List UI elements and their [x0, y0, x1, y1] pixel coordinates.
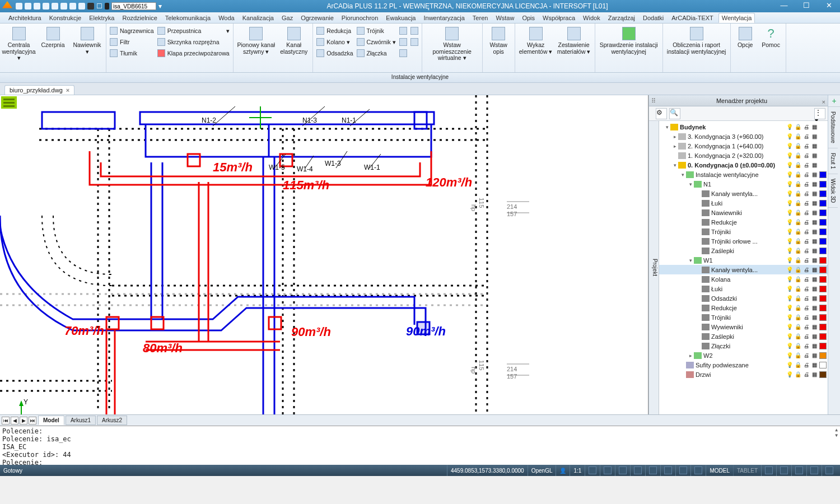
document-tab[interactable]: biuro_przykład.dwg×	[4, 85, 74, 95]
tree-toggle-icon[interactable]: ▦	[811, 343, 818, 349]
status-person-icon[interactable]: 👤	[556, 465, 570, 476]
color-swatch[interactable]	[819, 124, 827, 130]
tree-row[interactable]: ▾Instalacje wentylacyjne💡🔒🖨▦	[659, 170, 828, 179]
tree-toggle-icon[interactable]: 💡	[786, 324, 793, 330]
menu-item[interactable]: Teren	[470, 13, 491, 22]
tree-toggle-icon[interactable]: ▦	[811, 190, 818, 197]
tree-toggle-icon[interactable]: 🔒	[794, 286, 801, 292]
tree-row[interactable]: Kolana💡🔒🖨▦	[659, 274, 828, 284]
tree-toggle-icon[interactable]: ▦	[811, 143, 818, 150]
tree-row[interactable]: Redukcje💡🔒🖨▦	[659, 217, 828, 227]
menu-item[interactable]: Elektryka	[86, 13, 117, 22]
drawing-canvas[interactable]: 15m³/h 115m³/h 120m³/h 70m³/h 80m³/h 90m…	[0, 95, 648, 414]
tree-row[interactable]: 1. Kondygnacja 2 (+320.00)💡🔒🖨▦	[659, 151, 828, 160]
tree-toggle-icon[interactable]: ▦	[811, 362, 818, 368]
menu-item[interactable]: Woda	[216, 13, 237, 22]
tree-toggle-icon[interactable]: ▦	[811, 257, 818, 264]
color-swatch[interactable]	[819, 267, 827, 273]
hamburger-icon[interactable]	[1, 96, 17, 109]
tree-row[interactable]: Redukcje💡🔒🖨▦	[659, 303, 828, 312]
tree-toggle-icon[interactable]: 🖨	[802, 286, 810, 292]
tree-toggle-icon[interactable]: ▦	[811, 219, 818, 226]
close-button[interactable]: ✕	[818, 0, 840, 12]
color-swatch[interactable]	[819, 343, 827, 349]
redukcja-button[interactable]: Redukcja	[316, 26, 353, 36]
color-swatch[interactable]	[819, 209, 827, 216]
opcje-button[interactable]: Opcje	[734, 25, 757, 49]
color-swatch[interactable]	[819, 371, 827, 378]
odsadzka-button[interactable]: Odsadzka	[316, 48, 353, 58]
tree-toggle-icon[interactable]: 💡	[786, 162, 793, 169]
color-swatch[interactable]	[819, 152, 827, 159]
ribbon-icon[interactable]	[399, 48, 407, 58]
tree-toggle-icon[interactable]: 🖨	[802, 209, 810, 216]
menu-item[interactable]: Gaz	[279, 13, 296, 22]
color-swatch[interactable]	[819, 324, 827, 330]
status-icon[interactable]	[776, 465, 791, 476]
qat-checkbox[interactable]: ☐	[96, 2, 102, 10]
color-swatch[interactable]	[819, 143, 827, 150]
panel-close-icon[interactable]: ×	[822, 96, 825, 108]
tree-toggle-icon[interactable]: 🔒	[794, 257, 801, 264]
close-tab-icon[interactable]: ×	[66, 87, 69, 94]
tree-toggle-icon[interactable]: 🔒	[794, 124, 801, 130]
tree-toggle-icon[interactable]: 🖨	[802, 219, 810, 226]
color-swatch[interactable]	[819, 171, 827, 178]
tree-toggle-icon[interactable]: 🖨	[802, 314, 810, 321]
tree-toggle-icon[interactable]: ▦	[811, 267, 818, 273]
tree-toggle-icon[interactable]: 💡	[786, 276, 793, 283]
tree-toggle-icon[interactable]: ▦	[811, 276, 818, 283]
klapa-button[interactable]: Klapa przeciwpożarowa	[157, 48, 230, 58]
tree-row[interactable]: Wywiewniki💡🔒🖨▦	[659, 322, 828, 332]
menu-item[interactable]: Widok	[580, 13, 603, 22]
zestawienie-button[interactable]: Zestawienie materiałów ▾	[557, 25, 591, 55]
tree-toggle-icon[interactable]: ▦	[811, 124, 818, 130]
color-swatch[interactable]	[819, 257, 827, 264]
tree-toggle-icon[interactable]: 💡	[786, 362, 793, 368]
tree-toggle-icon[interactable]: ▦	[811, 238, 818, 245]
tree-toggle-icon[interactable]: 🔒	[794, 219, 801, 226]
tree-toggle-icon[interactable]: 🖨	[802, 324, 810, 330]
tree-toggle-icon[interactable]: 🔒	[794, 352, 801, 359]
color-swatch[interactable]	[819, 333, 827, 340]
tree-toggle-icon[interactable]: 💡	[786, 181, 793, 188]
tree-toggle-icon[interactable]: 🔒	[794, 276, 801, 283]
ribbon-icon[interactable]	[410, 26, 418, 36]
color-swatch[interactable]	[819, 295, 827, 302]
tree-toggle-icon[interactable]: 🖨	[802, 143, 810, 150]
tree-toggle-icon[interactable]: 🖨	[802, 181, 810, 188]
tree-toggle-icon[interactable]: 🖨	[802, 228, 810, 235]
tab-nav-prev[interactable]: ◀	[11, 417, 18, 424]
tree-row[interactable]: ▾W1💡🔒🖨▦	[659, 255, 828, 265]
panel-grip-icon[interactable]: ⠿	[651, 95, 656, 106]
color-swatch[interactable]	[819, 181, 827, 188]
tree-toggle-icon[interactable]: 💡	[786, 209, 793, 216]
project-tree[interactable]: ▾Budynek💡🔒🖨▦▸3. Kondygnacja 3 (+960.00)💡…	[659, 121, 828, 414]
tree-toggle-icon[interactable]: 🖨	[802, 133, 810, 140]
tree-row[interactable]: Łuki💡🔒🖨▦	[659, 198, 828, 208]
centrala-button[interactable]: Centrala wentylacyjna ▾	[3, 25, 34, 62]
qat-icon[interactable]	[69, 3, 76, 10]
color-swatch[interactable]	[819, 248, 827, 254]
tree-toggle-icon[interactable]: 🖨	[802, 333, 810, 340]
status-icon[interactable]	[630, 465, 645, 476]
tree-toggle-icon[interactable]: 💡	[786, 248, 793, 254]
tree-toggle-icon[interactable]: 🔒	[794, 362, 801, 368]
skrzynka-button[interactable]: Skrzynka rozprężna	[157, 37, 230, 47]
tree-toggle-icon[interactable]: ▦	[811, 286, 818, 292]
tree-row[interactable]: Złączki💡🔒🖨▦	[659, 341, 828, 351]
tree-toggle-icon[interactable]: 🖨	[802, 276, 810, 283]
tab-arkusz1[interactable]: Arkusz1	[66, 416, 96, 425]
tree-row[interactable]: Kanały wentyla...💡🔒🖨▦	[659, 189, 828, 198]
menu-item[interactable]: Piorunochron	[339, 13, 381, 22]
tree-row[interactable]: Łuki💡🔒🖨▦	[659, 284, 828, 293]
tree-toggle-icon[interactable]: 💡	[786, 286, 793, 292]
menu-item[interactable]: Współpraca	[540, 13, 578, 22]
tree-row[interactable]: Trójniki orłowe ...💡🔒🖨▦	[659, 236, 828, 246]
tree-toggle-icon[interactable]: 💡	[786, 143, 793, 150]
menu-item[interactable]: Rozdzielnice	[119, 13, 160, 22]
status-icon[interactable]	[645, 465, 660, 476]
qat-icon[interactable]	[43, 3, 49, 10]
przepustnica-button[interactable]: Przepustnica ▾	[157, 26, 230, 36]
tree-toggle-icon[interactable]: ▦	[811, 200, 818, 207]
